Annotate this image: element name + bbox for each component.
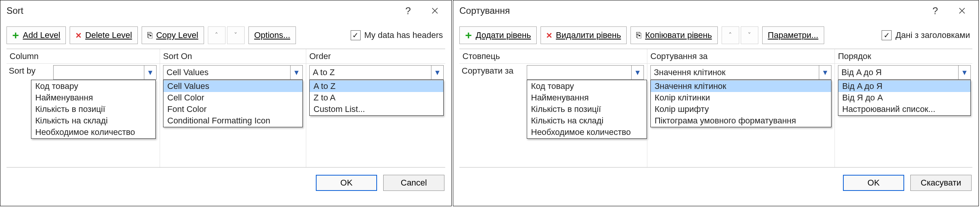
- sorton-value: Значення клітинок: [651, 67, 819, 77]
- headers-checkbox-label: Дані з заголовками: [895, 30, 970, 40]
- list-item[interactable]: Необходимое количество: [527, 127, 647, 138]
- sorton-combo[interactable]: Значення клітинок ▾: [650, 65, 831, 80]
- cancel-button[interactable]: Cancel: [383, 175, 444, 191]
- add-level-label: Додати рівень: [476, 30, 531, 40]
- sortby-label: Сортувати за: [462, 66, 513, 76]
- list-item[interactable]: Custom List...: [310, 104, 443, 115]
- close-button[interactable]: [421, 2, 448, 20]
- x-icon: ×: [75, 30, 81, 40]
- order-dropdown[interactable]: A to Z Z to A Custom List...: [309, 80, 444, 116]
- sortby-combo[interactable]: ▾: [53, 65, 157, 80]
- col-header-sorton: Sort On: [160, 49, 306, 64]
- add-level-button[interactable]: + Add Level: [7, 26, 66, 44]
- sort-grid: Стовпець Сортувати за ▾ Код товару Найме…: [459, 49, 972, 168]
- dialog-title: Сортування: [459, 5, 922, 16]
- list-item[interactable]: Настроюваний список...: [838, 104, 970, 115]
- plus-icon: +: [12, 30, 19, 41]
- move-down-button[interactable]: ˅: [741, 26, 758, 44]
- delete-level-label: Видалити рівень: [556, 30, 621, 40]
- copy-level-button[interactable]: ⎘ Копіювати рівень: [630, 26, 717, 44]
- copy-level-button[interactable]: ⎘ Copy Level: [142, 26, 204, 44]
- close-icon: [431, 7, 438, 14]
- move-up-button[interactable]: ˄: [208, 26, 225, 44]
- delete-level-button[interactable]: × Delete Level: [70, 26, 138, 44]
- sortby-dropdown[interactable]: Код товару Найменування Кількість в пози…: [527, 80, 647, 139]
- options-label: Options...: [254, 30, 290, 40]
- col-header-sorton: Сортування за: [647, 49, 835, 64]
- order-dropdown[interactable]: Від A до Я Від Я до A Настроюваний списо…: [838, 80, 971, 116]
- order-value: Від A до Я: [838, 67, 958, 77]
- list-item[interactable]: Cell Color: [163, 92, 302, 104]
- list-item[interactable]: Кількість в позиції: [31, 104, 155, 115]
- close-icon: [959, 7, 965, 14]
- list-item[interactable]: Код товару: [31, 80, 155, 92]
- chevron-down-icon: ˅: [748, 31, 751, 39]
- add-level-button[interactable]: + Додати рівень: [459, 26, 537, 44]
- list-item[interactable]: Z to A: [310, 92, 443, 104]
- list-item[interactable]: Cell Values: [163, 80, 302, 92]
- toolbar: + Додати рівень × Видалити рівень ⎘ Копі…: [453, 21, 978, 49]
- sorton-dropdown[interactable]: Cell Values Cell Color Font Color Condit…: [163, 80, 303, 127]
- copy-level-label: Copy Level: [156, 30, 198, 40]
- list-item[interactable]: Колір шрифту: [651, 104, 831, 115]
- list-item[interactable]: Найменування: [527, 92, 647, 104]
- list-item[interactable]: A to Z: [310, 80, 443, 92]
- list-item[interactable]: Код товару: [527, 80, 647, 92]
- toolbar: + Add Level × Delete Level ⎘ Copy Level …: [0, 21, 451, 49]
- ok-button[interactable]: OK: [316, 175, 377, 191]
- list-item[interactable]: Колір клітинки: [651, 92, 831, 104]
- options-button[interactable]: Параметри...: [762, 26, 824, 44]
- sortby-combo[interactable]: ▾: [527, 65, 644, 80]
- copy-icon: ⎘: [636, 30, 641, 40]
- delete-level-button[interactable]: × Видалити рівень: [541, 26, 627, 44]
- titlebar: Сортування ?: [453, 0, 978, 21]
- sortby-dropdown[interactable]: Код товару Найменування Кількість в пози…: [31, 80, 156, 139]
- cancel-button[interactable]: Скасувати: [910, 175, 972, 191]
- chevron-down-icon: ▾: [290, 66, 302, 79]
- chevron-down-icon: ˅: [234, 31, 237, 39]
- dialog-footer: OK Скасувати: [453, 168, 978, 198]
- options-button[interactable]: Options...: [248, 26, 296, 44]
- move-buttons: ˄ ˅: [722, 26, 758, 44]
- headers-checkbox[interactable]: ✓ Дані з заголовками: [882, 30, 972, 40]
- order-value: A to Z: [310, 67, 431, 77]
- order-combo[interactable]: A to Z ▾: [309, 65, 444, 80]
- list-item[interactable]: Найменування: [31, 92, 155, 104]
- plus-icon: +: [465, 30, 472, 41]
- add-level-label: Add Level: [23, 30, 60, 40]
- checkbox-icon: ✓: [882, 30, 892, 40]
- list-item[interactable]: Кількість на складі: [31, 115, 155, 127]
- move-buttons: ˄ ˅: [208, 26, 245, 44]
- checkbox-icon: ✓: [351, 30, 361, 40]
- copy-level-label: Копіювати рівень: [645, 30, 712, 40]
- sorton-dropdown[interactable]: Значення клітинок Колір клітинки Колір ш…: [650, 80, 831, 127]
- list-item[interactable]: Кількість на складі: [527, 115, 647, 127]
- move-down-button[interactable]: ˅: [227, 26, 245, 44]
- options-label: Параметри...: [768, 30, 818, 40]
- sortby-label: Sort by: [9, 66, 36, 76]
- list-item[interactable]: Піктограма умовного форматування: [651, 115, 831, 127]
- ok-button[interactable]: OK: [843, 175, 904, 191]
- headers-checkbox-label: My data has headers: [364, 30, 443, 40]
- list-item[interactable]: Необходимое количество: [31, 127, 155, 138]
- list-item[interactable]: Значення клітинок: [651, 80, 831, 92]
- headers-checkbox[interactable]: ✓ My data has headers: [351, 30, 445, 40]
- dialog-footer: OK Cancel: [0, 168, 451, 198]
- list-item[interactable]: Від A до Я: [838, 80, 970, 92]
- list-item[interactable]: Кількість в позиції: [527, 104, 647, 115]
- chevron-down-icon: ▾: [631, 66, 644, 79]
- dialog-title: Sort: [7, 5, 395, 16]
- move-up-button[interactable]: ˄: [722, 26, 739, 44]
- chevron-up-icon: ˄: [728, 31, 732, 39]
- help-button[interactable]: ?: [922, 2, 949, 20]
- order-combo[interactable]: Від A до Я ▾: [838, 65, 971, 80]
- chevron-up-icon: ˄: [215, 31, 218, 39]
- close-button[interactable]: [949, 2, 975, 20]
- list-item[interactable]: Font Color: [163, 104, 302, 115]
- list-item[interactable]: Conditional Formatting Icon: [163, 115, 302, 127]
- help-button[interactable]: ?: [395, 2, 421, 20]
- list-item[interactable]: Від Я до A: [838, 92, 970, 104]
- sorton-value: Cell Values: [163, 67, 290, 77]
- sorton-combo[interactable]: Cell Values ▾: [163, 65, 303, 80]
- x-icon: ×: [546, 30, 552, 40]
